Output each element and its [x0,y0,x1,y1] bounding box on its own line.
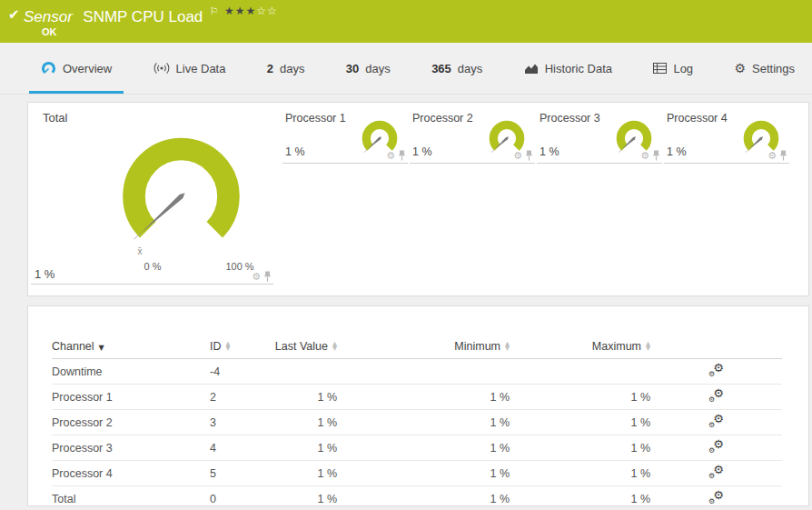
star-empty-icon[interactable]: ☆ [267,5,278,17]
gauge-cell-total: Total x̄ 0 % 100 % 1 % ⚙ [31,105,273,285]
tab-30-days[interactable]: 30 days [334,43,402,94]
gauge-total-value: 1 % [35,267,54,281]
sensor-kind-label: Sensor [24,8,73,25]
channel-minimum [337,359,510,385]
column-header-channel[interactable]: Channel▼ [52,334,210,359]
gauge-value: 1 % [412,145,432,158]
table-row: Processor 1 2 1 % 1 % 1 % ⚙⚙ [52,385,782,410]
channel-minimum: 1 % [337,385,510,410]
channel-id: 2 [210,385,264,410]
channel-settings-icon[interactable]: ⚙⚙ [708,415,724,428]
gauges-panel: Total x̄ 0 % 100 % 1 % ⚙ Processor 1 [27,102,809,296]
tab-historic-data-label: Historic Data [545,62,612,75]
channel-last-value: 1 % [264,461,337,486]
priority-stars[interactable]: ★★★☆☆ [224,5,278,17]
star-empty-icon[interactable]: ☆ [256,5,267,17]
sensor-header: ✔ Sensor SNMP CPU Load ⚐ ★★★☆☆ OK [0,0,812,43]
channels-panel: Channel▼ ID▲▼ Last Value▲▼ Minimum▲▼ Max… [27,305,809,506]
pin-icon[interactable] [263,271,272,282]
status-badge: OK [42,26,57,37]
tab-365-days-number: 365 [431,62,451,75]
tab-live-data-label: Live Data [176,62,226,75]
channel-settings-icon[interactable]: ⚙⚙ [708,364,724,377]
tab-log-label: Log [673,62,693,75]
channel-id: 0 [210,486,264,510]
column-header-id[interactable]: ID▲▼ [210,334,264,359]
channel-maximum: 1 % [510,435,650,461]
tab-2-days[interactable]: 2 days [255,43,317,94]
column-header-maximum[interactable]: Maximum▲▼ [510,334,650,359]
gear-small-icon: ⚙ [708,447,715,455]
column-header-minimum[interactable]: Minimum▲▼ [337,334,510,359]
table-row: Processor 4 5 1 % 1 % 1 % ⚙⚙ [52,461,782,486]
table-header-row: Channel▼ ID▲▼ Last Value▲▼ Minimum▲▼ Max… [52,334,782,359]
channel-minimum: 1 % [337,461,510,486]
channel-maximum: 1 % [510,486,650,510]
gear-icon[interactable]: ⚙ [386,151,395,161]
gauge-value: 1 % [667,145,687,158]
channel-last-value: 1 % [264,435,337,461]
tab-settings-label: Settings [752,62,795,75]
pin-icon[interactable] [652,150,660,161]
gauge-label: Processor 4 [667,112,728,125]
tab-log[interactable]: Log [641,43,705,94]
channel-id: 3 [210,410,264,435]
gauge-value: 1 % [285,145,305,158]
channel-name: Processor 3 [52,435,210,461]
live-signal-icon [153,62,170,75]
channel-maximum: 1 % [510,385,650,410]
gear-small-icon: ⚙ [708,371,715,378]
flag-icon[interactable]: ⚐ [210,5,219,17]
column-header-last-value[interactable]: Last Value▲▼ [264,334,337,359]
channel-id: -4 [210,359,264,385]
channel-last-value: 1 % [264,385,337,410]
channel-id: 4 [210,435,264,461]
channel-name: Processor 1 [52,385,210,410]
channel-minimum: 1 % [337,486,510,510]
gear-icon[interactable]: ⚙ [252,272,261,282]
gauge-icon [41,61,56,76]
channel-settings-icon[interactable]: ⚙⚙ [708,440,724,454]
pin-icon[interactable] [779,150,787,161]
channels-table: Channel▼ ID▲▼ Last Value▲▼ Minimum▲▼ Max… [52,334,782,510]
sensor-title: Sensor SNMP CPU Load ⚐ [24,5,219,26]
tab-365-days-label: days [458,62,482,75]
column-header-actions [650,334,782,359]
gear-icon[interactable]: ⚙ [640,151,649,161]
star-filled-icon[interactable]: ★ [224,5,235,17]
gauge-label: Processor 3 [540,112,600,125]
gear-small-icon: ⚙ [708,498,715,505]
tab-2-days-label: days [280,62,304,75]
pin-icon[interactable] [398,150,406,161]
sort-icon: ▲▼ [505,342,510,352]
status-check-icon: ✔ [8,6,20,23]
star-filled-icon[interactable]: ★ [246,5,257,17]
tab-30-days-number: 30 [346,62,359,75]
tab-settings[interactable]: ⚙ Settings [722,43,807,94]
channel-name: Total [52,486,210,510]
tab-bar: Overview Live Data 2 days 30 days 365 da… [0,43,812,95]
processor-gauges-row: Processor 1 1 % ⚙ Processor 2 [282,105,791,164]
tab-live-data[interactable]: Live Data [142,43,238,94]
sort-desc-icon: ▼ [99,344,104,352]
gear-icon[interactable]: ⚙ [767,151,777,161]
gauge-cell-processor-3: Processor 3 1 % ⚙ [537,105,662,164]
channel-name: Downtime [52,359,210,385]
pin-icon[interactable] [525,150,533,161]
channel-last-value: 1 % [264,486,337,510]
gear-icon[interactable]: ⚙ [513,151,522,161]
star-filled-icon[interactable]: ★ [235,5,246,17]
tab-overview[interactable]: Overview [29,43,124,94]
gauge-value: 1 % [540,145,559,158]
channel-settings-icon[interactable]: ⚙⚙ [708,491,724,505]
tab-historic-data[interactable]: Historic Data [512,43,624,94]
gear-small-icon: ⚙ [708,422,715,429]
channel-last-value: 1 % [264,410,337,435]
sensor-name: SNMP CPU Load [83,8,203,25]
tab-30-days-label: days [365,62,390,75]
tab-365-days[interactable]: 365 days [420,43,494,94]
channel-settings-icon[interactable]: ⚙⚙ [708,389,724,403]
channel-maximum [510,359,650,385]
gear-small-icon: ⚙ [708,473,715,480]
channel-settings-icon[interactable]: ⚙⚙ [708,465,724,479]
